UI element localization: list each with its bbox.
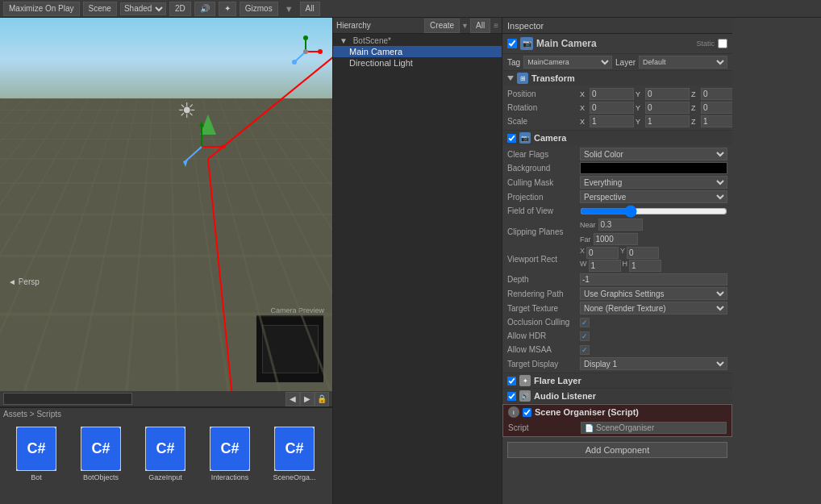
rotation-row: Rotation X Y Z [507,101,727,115]
all-btn[interactable]: All [300,2,320,16]
occlusion-label: Occlusion Culling [507,318,580,327]
scale-y-input[interactable] [645,115,690,127]
rx-label: X [580,104,588,112]
scale-z-input[interactable] [701,115,732,127]
x-label: X [580,90,588,98]
near-label: Near [580,221,596,229]
projection-select[interactable]: Perspective [580,190,727,203]
scale-row: Scale X Y Z [507,115,727,128]
hierarchy-scene-root[interactable]: ▼ BotScene* [333,35,502,46]
list-item[interactable]: C# Bot [12,427,60,481]
msaa-checkbox[interactable]: ✓ [580,345,590,355]
inspector-header: Inspector [502,18,732,34]
list-item[interactable]: C# BotObjects [77,427,125,481]
vp-h-input[interactable] [629,260,661,272]
occlusion-checkbox[interactable]: ✓ [580,318,590,327]
inspector-panel: Inspector 📷 Main Camera Static Tag MainC… [502,18,732,504]
asset-search-input[interactable] [3,393,132,405]
hierarchy-content: ▼ BotScene* Main Camera Directional Ligh… [333,34,502,504]
hierarchy-create-btn[interactable]: Create [424,19,460,33]
static-label: Static [696,40,715,48]
audio-listener-header[interactable]: 🔊 Audio Listener [502,389,732,403]
depth-input[interactable] [580,273,727,285]
effects-btn[interactable]: ✦ [219,2,236,16]
flare-layer-checkbox[interactable] [507,377,516,385]
camera-gizmo [288,34,324,70]
hierarchy-options-btn[interactable]: ≡ [494,21,498,30]
add-component-btn[interactable]: Add Component [507,442,727,458]
svg-point-6 [303,49,308,54]
2d-btn[interactable]: 2D [169,2,191,16]
far-label: Far [580,235,591,244]
next-btn[interactable]: ▶ [300,392,315,406]
target-texture-label: Target Texture [507,304,580,313]
prev-btn[interactable]: ◀ [285,392,300,406]
camera-header[interactable]: 📷 Camera [502,131,732,145]
maximize-on-play-btn[interactable]: Maximize On Play [3,2,80,16]
rot-z-input[interactable] [701,102,732,114]
rot-x-input[interactable] [590,102,634,114]
viewport-values: X Y W H [580,247,661,272]
hierarchy-all-btn[interactable]: All [470,19,490,33]
camera-checkbox[interactable] [507,134,516,143]
hierarchy-item-directional-light[interactable]: Directional Light [333,57,502,69]
rendering-path-select[interactable]: Use Graphics Settings [580,287,727,300]
target-display-row: Target Display Display 1 [507,356,727,371]
vp-y-input[interactable] [627,247,659,259]
layer-select[interactable]: Default [639,56,727,69]
position-label: Position [507,90,580,98]
audio-listener-checkbox[interactable] [507,392,516,401]
hierarchy-item-main-camera[interactable]: Main Camera [333,46,502,57]
pos-y-input[interactable] [645,88,690,100]
lock-icon[interactable]: 🔒 [315,392,329,406]
gizmos-btn[interactable]: Gizmos [240,2,278,16]
scene-organiser-icon: i [508,406,519,418]
rendering-path-label: Rendering Path [507,289,580,298]
rot-y-input[interactable] [645,102,690,114]
pos-z-input[interactable] [701,88,732,100]
clipping-label: Clipping Planes [507,227,580,236]
culling-mask-select[interactable]: Everything [580,176,727,189]
position-values: X Y Z [580,88,732,100]
script-row: Script 📄 SceneOrganiser [508,421,727,435]
pos-x-input[interactable] [590,88,634,100]
hierarchy-header: Hierarchy Create ▼ All ≡ [333,18,502,34]
list-item[interactable]: C# SceneOrga... [270,427,319,481]
sz-label: Z [691,118,699,126]
near-input[interactable] [598,219,643,231]
flare-layer-header[interactable]: ✦ Flare Layer [502,373,732,388]
scene-organiser-checkbox[interactable] [523,408,531,417]
target-display-select[interactable]: Display 1 [580,357,727,370]
transform-triangle [507,76,514,81]
scale-x-input[interactable] [590,115,634,127]
flare-layer-title: Flare Layer [534,376,581,385]
vp-x-input[interactable] [586,247,619,259]
transform-header[interactable]: ⊞ Transform [502,71,732,85]
fov-label: Field of View [507,206,580,215]
list-item[interactable]: C# GazeInput [141,427,190,481]
audio-btn[interactable]: 🔊 [194,2,215,16]
vp-w-input[interactable] [589,260,621,272]
scene-tab-btn[interactable]: Scene [83,2,117,16]
object-active-checkbox[interactable] [507,39,517,48]
scale-label: Scale [507,117,580,126]
tag-select[interactable]: MainCamera [523,56,612,69]
transform-section: ⊞ Transform Position X Y Z Rotation [502,71,732,131]
target-texture-select[interactable]: None (Render Texture) [580,302,727,314]
scene-organiser-header[interactable]: i Scene Organiser (Script) [503,405,731,419]
far-input[interactable] [594,233,638,245]
asset-label-sceneorga: SceneOrga... [273,473,315,481]
shaded-select[interactable]: Shaded [120,2,166,15]
camera-body: Clear Flags Solid Color Background Culli… [502,145,732,373]
static-checkbox[interactable] [718,39,727,48]
background-color-swatch[interactable] [580,162,727,174]
hdr-checkbox[interactable]: ✓ [580,331,590,341]
camera-preview-box [256,314,324,383]
ry-label: Y [636,104,644,112]
scene-organiser-section: i Scene Organiser (Script) Script 📄 Scen… [502,404,732,437]
clear-flags-select[interactable]: Solid Color [580,148,727,160]
depth-label: Depth [507,275,580,284]
list-item[interactable]: C# Interactions [206,427,254,481]
fov-slider[interactable] [580,206,727,216]
target-texture-row: Target Texture None (Render Texture) [507,301,727,315]
